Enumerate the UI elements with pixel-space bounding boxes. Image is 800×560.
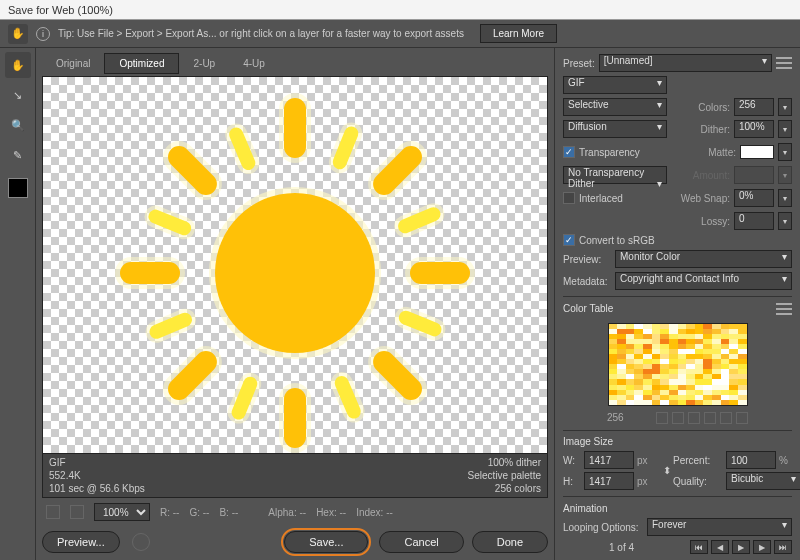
ct-trash-icon[interactable]	[736, 412, 748, 424]
preset-menu-icon[interactable]	[776, 57, 792, 69]
save-button[interactable]: Save...	[284, 531, 368, 553]
meta-format: GIF	[49, 457, 145, 468]
matte-stepper[interactable]: ▾	[778, 143, 792, 161]
dither-method-select[interactable]: Diffusion▾	[563, 120, 667, 138]
metadata-select[interactable]: Copyright and Contact Info▾	[615, 272, 792, 290]
save-highlight-ring: Save...	[281, 528, 371, 556]
view-tabs: Original Optimized 2-Up 4-Up	[42, 52, 548, 74]
first-frame-button[interactable]: ⏮	[690, 540, 708, 554]
tab-4up[interactable]: 4-Up	[229, 54, 279, 73]
height-input[interactable]	[584, 472, 634, 490]
status-g: G: --	[189, 507, 209, 518]
toggle-slice-icon[interactable]	[46, 505, 60, 519]
status-alpha: Alpha: --	[268, 507, 306, 518]
zoom-select[interactable]: 100%	[94, 503, 150, 521]
cancel-button[interactable]: Cancel	[379, 531, 463, 553]
transparency-checkbox[interactable]	[563, 146, 575, 158]
percent-label: Percent:	[673, 455, 723, 466]
tab-optimized[interactable]: Optimized	[104, 53, 179, 74]
transparency-label: Transparency	[579, 147, 640, 158]
dither-label: Dither:	[680, 124, 730, 135]
imagesize-label: Image Size	[563, 436, 792, 447]
websnap-stepper[interactable]: ▾	[778, 189, 792, 207]
tab-2up[interactable]: 2-Up	[179, 54, 229, 73]
format-select[interactable]: GIF▾	[563, 76, 667, 94]
interlaced-label: Interlaced	[579, 193, 623, 204]
hand-tool[interactable]: ✋	[5, 52, 31, 78]
preset-label: Preset:	[563, 58, 595, 69]
dither-input[interactable]: 100%	[734, 120, 774, 138]
sun-artwork	[215, 193, 375, 353]
color-table[interactable]	[608, 323, 748, 406]
metadata-label: Metadata:	[563, 276, 611, 287]
tip-bar: ✋ i Tip: Use File > Export > Export As..…	[0, 20, 800, 48]
meta-colors: 256 colors	[468, 483, 541, 494]
left-toolbar: ✋ ↘ 🔍 ✎	[0, 48, 36, 560]
ct-icon-4[interactable]	[704, 412, 716, 424]
colors-input[interactable]: 256	[734, 98, 774, 116]
quality-select[interactable]: Bicubic▾	[726, 472, 800, 490]
window-titlebar: Save for Web (100%)	[0, 0, 800, 20]
prev-frame-button[interactable]: ◀	[711, 540, 729, 554]
loop-label: Looping Options:	[563, 522, 643, 533]
status-hex: Hex: --	[316, 507, 346, 518]
ct-icon-1[interactable]	[656, 412, 668, 424]
toggle-slice2-icon[interactable]	[70, 505, 84, 519]
status-b: B: --	[219, 507, 238, 518]
quality-label: Quality:	[673, 476, 723, 487]
hand-tool-icon[interactable]: ✋	[8, 24, 28, 44]
window-title: Save for Web (100%)	[8, 4, 113, 16]
tab-original[interactable]: Original	[42, 54, 104, 73]
trans-dither-select[interactable]: No Transparency Dither▾	[563, 166, 667, 184]
interlaced-checkbox[interactable]	[563, 192, 575, 204]
ct-icon-2[interactable]	[672, 412, 684, 424]
meta-time: 101 sec @ 56.6 Kbps	[49, 483, 145, 494]
info-icon: i	[36, 27, 50, 41]
preview-canvas[interactable]	[42, 76, 548, 454]
status-index: Index: --	[356, 507, 393, 518]
width-input[interactable]	[584, 451, 634, 469]
matte-label: Matte:	[686, 147, 736, 158]
color-swatch[interactable]	[8, 178, 28, 198]
animation-label: Animation	[563, 503, 792, 514]
amount-label: Amount:	[680, 170, 730, 181]
learn-more-button[interactable]: Learn More	[480, 24, 557, 43]
eyedropper-tool[interactable]: ✎	[5, 142, 31, 168]
colors-stepper[interactable]: ▾	[778, 98, 792, 116]
done-button[interactable]: Done	[472, 531, 548, 553]
matte-swatch[interactable]	[740, 145, 774, 159]
meta-dither: 100% dither	[468, 457, 541, 468]
play-button[interactable]: ▶	[732, 540, 750, 554]
w-label: W:	[563, 455, 581, 466]
preset-select[interactable]: [Unnamed]▾	[599, 54, 772, 72]
ct-icon-5[interactable]	[720, 412, 732, 424]
reduction-select[interactable]: Selective▾	[563, 98, 667, 116]
slice-select-tool[interactable]: ↘	[5, 82, 31, 108]
preview-select[interactable]: Monitor Color▾	[615, 250, 792, 268]
status-r: R: --	[160, 507, 179, 518]
status-bar: 100% R: -- G: -- B: -- Alpha: -- Hex: --…	[42, 502, 548, 522]
meta-palette: Selective palette	[468, 470, 541, 481]
lossy-stepper[interactable]: ▾	[778, 212, 792, 230]
ct-icon-3[interactable]	[688, 412, 700, 424]
colortable-label: Color Table	[563, 303, 613, 314]
loop-select[interactable]: Forever▾	[647, 518, 792, 536]
meta-size: 552.4K	[49, 470, 145, 481]
colortable-count: 256	[607, 412, 624, 423]
preview-button[interactable]: Preview...	[42, 531, 120, 553]
srgb-checkbox[interactable]	[563, 234, 575, 246]
srgb-label: Convert to sRGB	[579, 235, 655, 246]
amount-input	[734, 166, 774, 184]
next-frame-button[interactable]: ▶	[753, 540, 771, 554]
dither-stepper[interactable]: ▾	[778, 120, 792, 138]
browser-icon[interactable]	[132, 533, 150, 551]
link-icon[interactable]: ⬍	[664, 465, 670, 476]
lossy-label: Lossy:	[680, 216, 730, 227]
zoom-tool[interactable]: 🔍	[5, 112, 31, 138]
websnap-input[interactable]: 0%	[734, 189, 774, 207]
lossy-input[interactable]: 0	[734, 212, 774, 230]
last-frame-button[interactable]: ⏭	[774, 540, 792, 554]
preview-label: Preview:	[563, 254, 611, 265]
colortable-menu-icon[interactable]	[776, 303, 792, 315]
percent-input[interactable]	[726, 451, 776, 469]
